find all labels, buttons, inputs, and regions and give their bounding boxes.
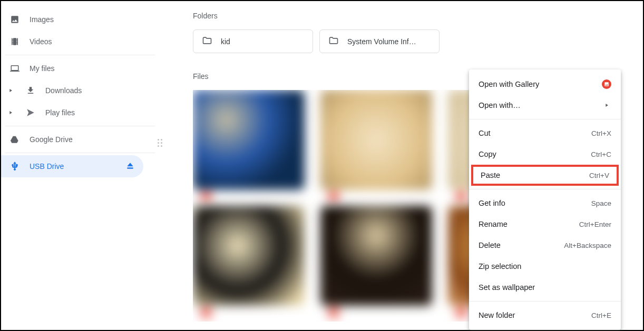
sidebar-label: Downloads — [45, 86, 82, 95]
sidebar-label: Play files — [45, 108, 75, 117]
video-icon — [9, 36, 20, 47]
menu-getinfo[interactable]: Get info Space — [469, 193, 621, 214]
menu-label: Zip selection — [479, 262, 521, 270]
menu-shortcut: Ctrl+E — [591, 312, 611, 319]
sidebar-label: USB Drive — [30, 162, 64, 170]
sidebar: Images Videos My files Downloads — [1, 1, 159, 330]
menu-zip[interactable]: Zip selection — [469, 256, 621, 277]
folder-card[interactable]: System Volume Inf… — [319, 29, 440, 53]
menu-label: Delete — [479, 241, 501, 249]
menu-shortcut: Alt+Backspace — [564, 242, 611, 249]
sidebar-label: Google Drive — [30, 135, 73, 144]
sidebar-divider — [5, 126, 155, 126]
menu-label: Copy — [479, 150, 496, 158]
menu-shortcut: Ctrl+Enter — [579, 220, 611, 228]
menu-separator — [469, 301, 621, 302]
menu-separator — [469, 119, 621, 119]
sidebar-divider — [5, 55, 155, 55]
menu-label: Open with Gallery — [479, 80, 539, 88]
menu-label: Open with… — [479, 101, 521, 109]
menu-open-gallery[interactable]: Open with Gallery — [469, 74, 621, 95]
sidebar-item-downloads[interactable]: Downloads — [1, 79, 159, 102]
folder-name: kid — [221, 37, 230, 46]
menu-separator — [469, 189, 621, 189]
chevron-right-icon — [602, 101, 611, 110]
sidebar-item-videos[interactable]: Videos — [1, 31, 159, 53]
file-thumbnail[interactable] — [320, 90, 432, 190]
folder-card[interactable]: kid — [193, 29, 313, 53]
menu-label: Get info — [479, 199, 505, 207]
gallery-icon — [602, 79, 611, 89]
sidebar-item-usb[interactable]: USB Drive — [1, 155, 143, 177]
play-icon — [25, 107, 36, 118]
file-thumbnail[interactable] — [320, 206, 432, 306]
file-thumbnail[interactable] — [193, 90, 305, 190]
menu-shortcut: Space — [591, 199, 611, 207]
menu-copy[interactable]: Copy Ctrl+C — [469, 144, 621, 165]
folder-name: System Volume Inf… — [347, 37, 416, 46]
eject-icon[interactable] — [125, 161, 135, 172]
folder-icon — [328, 35, 339, 47]
menu-wallpaper[interactable]: Set as wallpaper — [469, 277, 621, 298]
menu-shortcut: Ctrl+C — [591, 151, 611, 158]
chevron-right-icon — [7, 110, 14, 115]
menu-delete[interactable]: Delete Alt+Backspace — [469, 235, 621, 256]
menu-rename[interactable]: Rename Ctrl+Enter — [469, 214, 621, 235]
folder-icon — [202, 35, 212, 47]
folders-heading: Folders — [193, 12, 643, 20]
file-thumbnail[interactable] — [193, 206, 305, 306]
menu-paste[interactable]: Paste Ctrl+V — [481, 167, 609, 184]
sidebar-item-images[interactable]: Images — [1, 8, 159, 31]
sidebar-label: Images — [30, 15, 54, 24]
menu-newfolder[interactable]: New folder Ctrl+E — [469, 305, 621, 326]
image-icon — [9, 14, 20, 25]
sidebar-label: My files — [30, 64, 54, 73]
download-icon — [25, 85, 36, 96]
usb-icon — [9, 161, 20, 172]
laptop-icon — [9, 63, 20, 74]
menu-shortcut: Ctrl+X — [591, 129, 611, 137]
menu-label: Cut — [479, 129, 491, 137]
drive-icon — [9, 134, 20, 145]
menu-label: Rename — [479, 220, 508, 228]
sidebar-label: Videos — [30, 37, 52, 46]
chevron-right-icon — [7, 88, 14, 93]
menu-label: New folder — [479, 311, 515, 319]
menu-label: Paste — [481, 171, 500, 179]
menu-label: Set as wallpaper — [479, 283, 535, 292]
sidebar-item-gdrive[interactable]: Google Drive — [1, 128, 159, 151]
sidebar-item-playfiles[interactable]: Play files — [1, 102, 159, 124]
highlight-annotation: Paste Ctrl+V — [471, 165, 619, 186]
menu-shortcut: Ctrl+V — [589, 172, 609, 179]
folder-row: kid System Volume Inf… — [193, 29, 643, 53]
menu-cut[interactable]: Cut Ctrl+X — [469, 123, 621, 144]
sidebar-item-myfiles[interactable]: My files — [1, 57, 159, 79]
menu-open-with[interactable]: Open with… — [469, 95, 621, 116]
context-menu: Open with Gallery Open with… Cut Ctrl+X … — [469, 69, 621, 330]
sidebar-divider — [5, 153, 155, 153]
